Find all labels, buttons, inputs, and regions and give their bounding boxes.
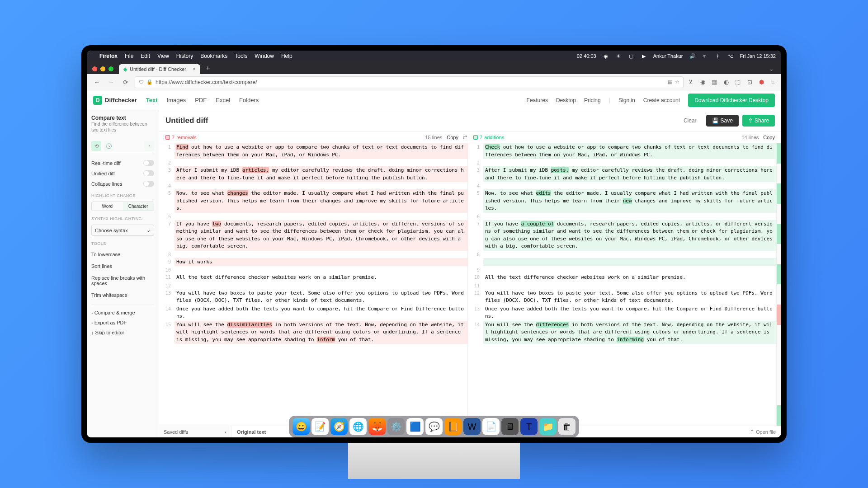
tool-trim[interactable]: Trim whitespace <box>91 290 154 300</box>
diff-line[interactable]: 4 <box>468 182 776 189</box>
menubar-user[interactable]: Ankur Thakur <box>653 53 683 59</box>
diff-line[interactable]: 7If you have two documents, research pap… <box>159 220 467 251</box>
copy-right-button[interactable]: Copy <box>763 135 775 140</box>
link-desktop[interactable]: Desktop <box>556 97 576 103</box>
dock-safari[interactable]: 🧭 <box>330 418 348 435</box>
diff-line[interactable]: 4 <box>159 182 467 189</box>
nav-text[interactable]: Text <box>146 97 158 103</box>
brightness-icon[interactable]: ☀ <box>615 53 622 59</box>
dock-slack[interactable]: 💬 <box>425 418 443 435</box>
shield-icon[interactable]: 🛡 <box>139 80 144 85</box>
reload-button[interactable]: ⟳ <box>120 77 131 88</box>
diff-line[interactable]: 8 <box>468 251 776 258</box>
diff-line[interactable]: 1Find out how to use a website or app to… <box>159 143 467 159</box>
diff-line[interactable]: 5Now, to see what edits the editor made,… <box>468 189 776 213</box>
collapse-toggle[interactable] <box>143 181 154 187</box>
copy-left-button[interactable]: Copy <box>447 135 458 140</box>
realtime-toggle[interactable] <box>143 160 154 166</box>
right-pane[interactable]: 1Check out how to use a website or app t… <box>468 143 777 426</box>
seg-word[interactable]: Word <box>92 202 123 211</box>
diff-line[interactable]: 6 <box>159 213 467 220</box>
qr-icon[interactable]: ▦ <box>668 79 672 85</box>
tool-replace-breaks[interactable]: Replace line breaks with spaces <box>91 273 154 288</box>
seg-character[interactable]: Character <box>123 202 154 211</box>
left-pane[interactable]: 1Find out how to use a website or app to… <box>159 143 468 426</box>
unified-toggle[interactable] <box>143 170 154 176</box>
tool-lowercase[interactable]: To lowercase <box>91 249 154 259</box>
compare-merge[interactable]: Compare & merge <box>91 308 154 318</box>
diff-line[interactable]: 5Now, to see what changes the editor mad… <box>159 189 467 213</box>
diff-line[interactable]: 9How it works <box>159 258 467 267</box>
history-icon[interactable]: ⟲ <box>91 141 101 151</box>
dock-app2[interactable]: T <box>520 418 538 435</box>
syntax-select[interactable]: Choose syntax ⌄ <box>91 225 154 236</box>
account-icon[interactable]: ◉ <box>699 79 706 86</box>
adblock-icon[interactable]: ⬢ <box>758 79 765 86</box>
download-button[interactable]: Download Diffchecker Desktop <box>688 94 775 107</box>
browser-tab[interactable]: ◈ Untitled diff - Diff Checker × <box>119 64 200 74</box>
extension1-icon[interactable]: ▦ <box>711 79 718 86</box>
diff-line[interactable]: 8 <box>159 251 467 258</box>
wifi-icon[interactable]: ᯤ <box>702 53 708 59</box>
url-input[interactable]: 🛡 🔒 https://www.diffchecker.com/text-com… <box>135 76 684 88</box>
saved-diffs-row[interactable]: Saved diffs ‹ <box>159 426 231 437</box>
diff-line[interactable]: 1Check out how to use a website or app t… <box>468 143 776 159</box>
clock-icon[interactable]: 🕓 <box>104 141 114 151</box>
minimize-window-button[interactable] <box>100 66 105 71</box>
forward-button[interactable]: → <box>106 77 117 88</box>
link-pricing[interactable]: Pricing <box>584 97 601 103</box>
diff-line[interactable]: 9 <box>468 266 776 273</box>
diff-line[interactable]: 12 <box>159 282 467 289</box>
extension4-icon[interactable]: ⊡ <box>746 79 753 86</box>
diff-title[interactable]: Untitled diff <box>165 116 208 125</box>
play-icon[interactable]: ▶ <box>641 53 647 59</box>
diff-line[interactable]: 2 <box>159 159 467 166</box>
menu-bookmarks[interactable]: Bookmarks <box>200 53 227 59</box>
menu-tools[interactable]: Tools <box>235 53 247 59</box>
link-features[interactable]: Features <box>527 97 548 103</box>
diff-line[interactable]: 14Once you have added both the texts you… <box>159 305 467 321</box>
dock-notes[interactable]: 📝 <box>311 418 329 435</box>
export-pdf[interactable]: Export as PDF <box>91 318 154 328</box>
menu-view[interactable]: View <box>157 53 169 59</box>
dock-textedit[interactable]: 📄 <box>482 418 500 435</box>
nav-excel[interactable]: Excel <box>216 97 230 103</box>
diff-line[interactable]: 15You will see the dissimilarities in bo… <box>159 321 467 344</box>
dock-settings[interactable]: ⚙️ <box>387 418 405 435</box>
diff-line[interactable] <box>468 258 776 267</box>
create-account-link[interactable]: Create account <box>643 97 680 103</box>
close-tab-icon[interactable]: × <box>193 66 196 72</box>
dock-finder[interactable]: 😀 <box>292 418 310 435</box>
menubar-app[interactable]: Firefox <box>99 53 118 59</box>
menu-file[interactable]: File <box>125 53 133 59</box>
diff-body[interactable]: 1Find out how to use a website or app to… <box>159 143 781 426</box>
tool-sort[interactable]: Sort lines <box>91 261 154 271</box>
new-tab-button[interactable]: + <box>202 64 213 74</box>
diff-line[interactable]: 11 <box>468 282 776 289</box>
signin-link[interactable]: Sign in <box>618 97 635 103</box>
minimap[interactable] <box>777 143 781 426</box>
diff-line[interactable]: 11All the text difference checker websit… <box>159 273 467 282</box>
record-icon[interactable]: ◉ <box>603 53 609 59</box>
volume-icon[interactable]: 🔊 <box>689 53 696 59</box>
logo[interactable]: D Diffchecker <box>93 96 137 105</box>
nav-folders[interactable]: Folders <box>239 97 259 103</box>
diff-line[interactable]: 10All the text difference checker websit… <box>468 273 776 282</box>
menu-history[interactable]: History <box>176 53 193 59</box>
dock-downloads[interactable]: 📁 <box>539 418 557 435</box>
menu-edit[interactable]: Edit <box>141 53 150 59</box>
bluetooth-icon[interactable]: ᚼ <box>715 53 721 59</box>
diff-line[interactable]: 3After I submit my iDB posts, my editor … <box>468 166 776 182</box>
maximize-window-button[interactable] <box>108 66 113 71</box>
open-file-right[interactable]: ⇡Open file <box>750 429 776 435</box>
menu-help[interactable]: Help <box>281 53 292 59</box>
dock-firefox[interactable]: 🦊 <box>368 418 386 435</box>
skip-to-editor[interactable]: ↓ Skip to editor <box>91 328 154 338</box>
dock-word[interactable]: W <box>463 418 481 435</box>
diff-line[interactable]: 10 <box>159 266 467 273</box>
dock-sublime[interactable]: 📙 <box>444 418 462 435</box>
diff-line[interactable]: 12You will have two boxes to paste your … <box>468 289 776 305</box>
hamburger-icon[interactable]: ≡ <box>769 79 777 86</box>
dock-chrome[interactable]: 🌐 <box>349 418 367 435</box>
tab-overflow-button[interactable]: ⌄ <box>765 66 778 74</box>
